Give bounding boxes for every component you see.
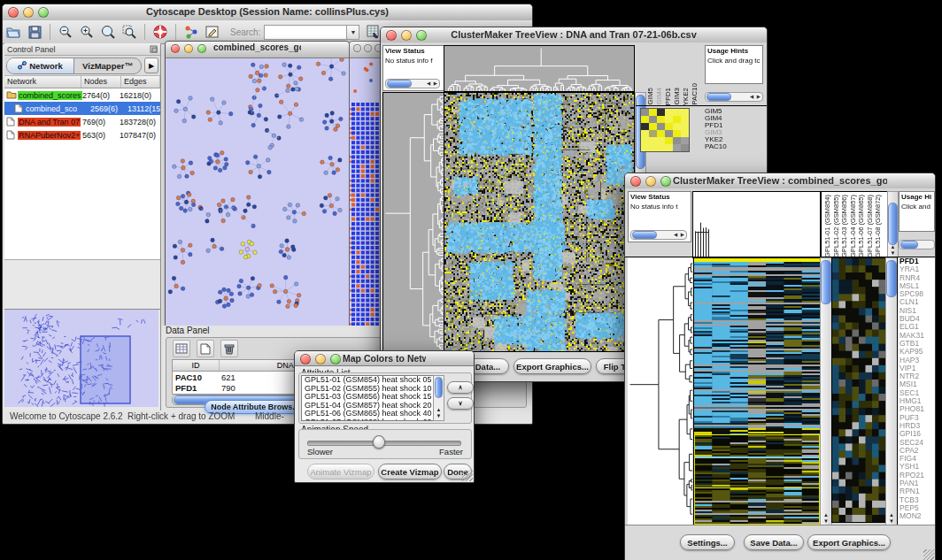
move-down-button[interactable]: ∨ — [447, 397, 474, 410]
delete-attribute-icon[interactable] — [220, 340, 238, 357]
close-button[interactable] — [171, 44, 180, 53]
column-gene-label[interactable]: GIM5 — [646, 88, 655, 105]
close-button[interactable] — [8, 7, 19, 18]
column-gene-label[interactable]: GIM3 — [673, 88, 682, 105]
dialog-titlebar[interactable]: Map Colors to Network — [295, 351, 474, 366]
settings-button[interactable]: Settings... — [680, 534, 735, 550]
animate-vizmap-button[interactable]: Animate Vizmap — [307, 464, 374, 479]
row-gene-label[interactable]: PAC10 — [705, 143, 760, 150]
vertical-scrollbar[interactable]: ▲▼ — [820, 257, 832, 526]
similarity-heatmap[interactable] — [444, 92, 635, 352]
similarity-heatmap-canvas[interactable] — [444, 93, 634, 351]
scrollbar-arrows[interactable]: ◀ ▶ — [750, 93, 761, 100]
treeview1-titlebar[interactable]: ClusterMaker TreeView : DNA and Tran 07-… — [381, 27, 767, 43]
scrollbar-arrows[interactable]: ◀ ▶ — [674, 231, 685, 238]
tab-vizmapper[interactable]: VizMapper™ — [74, 58, 141, 73]
vertical-scrollbar[interactable]: ▲▼ — [433, 375, 444, 421]
main-titlebar[interactable]: Cytoscape Desktop (Session Name: collins… — [3, 4, 532, 21]
column-dendrogram-canvas[interactable] — [444, 46, 634, 91]
row-dendrogram-canvas[interactable] — [383, 93, 444, 351]
zoom-in-icon[interactable] — [78, 23, 96, 41]
gene-list-item[interactable]: MON2 — [898, 512, 935, 520]
minimize-button[interactable] — [645, 176, 656, 187]
network-tree-row[interactable]: combined_scores2764(0)16218(0) — [4, 88, 160, 102]
close-button[interactable] — [630, 176, 641, 187]
scrollbar-thumb[interactable] — [435, 377, 443, 398]
export-graphics-button[interactable]: Export Graphics... — [513, 358, 591, 374]
zoom-heatmap[interactable] — [831, 257, 886, 523]
move-up-button[interactable]: ∧ — [447, 381, 474, 394]
vertical-scrollbar[interactable]: ▲▼ — [887, 191, 899, 258]
float-panel-icon[interactable] — [150, 45, 158, 53]
column-gene-label[interactable]: GIM4 — [655, 88, 664, 105]
minimize-button[interactable] — [184, 44, 193, 53]
row-dendrogram-canvas[interactable] — [628, 257, 692, 525]
zoom-window-button[interactable] — [330, 354, 341, 364]
attribute-table-icon[interactable] — [173, 340, 190, 357]
minimize-button[interactable] — [364, 44, 372, 52]
horizontal-scrollbar[interactable]: ◀ ▶ — [705, 92, 763, 102]
column-array-label[interactable]: GPL51-06 (GSM865) — [857, 195, 866, 257]
zoom-window-button[interactable] — [660, 176, 671, 187]
zoom-heatmap-canvas[interactable] — [832, 258, 885, 522]
scrollbar-arrows[interactable]: ▲▼ — [886, 512, 897, 525]
row-dendrogram[interactable] — [382, 92, 445, 352]
tab-network[interactable]: Network — [7, 58, 74, 73]
minimize-button[interactable] — [315, 354, 326, 364]
birdseye-view[interactable] — [4, 309, 160, 409]
column-array-label[interactable]: GPL51-04 (GSM857) — [849, 195, 858, 257]
column-array-label[interactable]: GPL51-07 (GSM868) — [866, 195, 875, 257]
search-dropdown-button[interactable]: ▼ — [347, 25, 359, 40]
horizontal-scrollbar[interactable]: ◀ ▶ — [630, 230, 687, 240]
zoom-window-button[interactable] — [38, 7, 49, 18]
scrollbar-thumb[interactable] — [387, 80, 412, 88]
close-button[interactable] — [353, 44, 361, 52]
attribute-list-item[interactable]: GPL51-07 (GSM868) heat shock 60 min — [302, 418, 444, 422]
column-gene-label[interactable]: PFD1 — [664, 88, 673, 105]
close-button[interactable] — [300, 354, 311, 364]
column-array-label[interactable]: GPL51-02 (GSM855) — [832, 195, 841, 257]
network-view-titlebar[interactable]: combined_scores_good.txt--cluste... — [166, 42, 349, 58]
column-dendrogram[interactable] — [444, 45, 635, 92]
zoom-heatmap[interactable] — [640, 108, 690, 152]
network-canvas[interactable] — [166, 58, 347, 329]
slider-thumb[interactable] — [373, 435, 385, 449]
column-array-label[interactable]: GPL51-03 (GSM856) — [840, 195, 849, 257]
scrollbar-arrows[interactable]: ▲▼ — [821, 512, 831, 525]
tabs-overflow-button[interactable]: ▶ — [144, 58, 158, 73]
scrollbar-thumb[interactable] — [821, 260, 831, 304]
save-data-button[interactable]: Save Data... — [744, 534, 804, 550]
zoom-window-button[interactable] — [416, 30, 427, 41]
save-session-icon[interactable] — [26, 23, 43, 41]
background-network-canvas[interactable] — [350, 58, 381, 331]
column-array-label[interactable]: GPL51-08 (GSM872) — [874, 195, 883, 257]
scrollbar-thumb[interactable] — [632, 231, 657, 239]
expression-heatmap-canvas[interactable] — [694, 258, 820, 525]
treeview2-titlebar[interactable]: ClusterMaker TreeView : combined_scores_… — [625, 173, 935, 189]
row-dendrogram[interactable] — [628, 257, 692, 525]
close-button[interactable] — [386, 30, 397, 41]
column-dendrogram[interactable] — [692, 191, 821, 258]
scrollbar-thumb[interactable] — [900, 241, 918, 249]
vertical-scrollbar[interactable]: ▲▼ — [885, 257, 898, 526]
network-tree-row[interactable]: RNAPuberNov2+563(0)107847(0) — [4, 128, 160, 142]
scrollbar-thumb[interactable] — [888, 203, 898, 245]
scrollbar-thumb[interactable] — [706, 93, 731, 101]
horizontal-scrollbar[interactable]: ◀ ▶ — [385, 79, 440, 88]
help-icon[interactable] — [151, 23, 169, 41]
column-gene-label[interactable]: PAC10 — [691, 83, 699, 105]
network-tree-row[interactable]: DNA and Tran 07769(0)183728(0) — [4, 115, 160, 128]
zoom-selected-icon[interactable] — [120, 23, 138, 41]
resize-grip[interactable] — [923, 549, 934, 560]
zoom-fit-icon[interactable] — [99, 23, 117, 41]
resize-grip[interactable] — [462, 471, 473, 481]
zoom-window-button[interactable] — [197, 44, 206, 53]
column-gene-label[interactable]: YKE2 — [682, 88, 691, 105]
scrollbar-arrows[interactable]: ▲▼ — [434, 407, 444, 419]
new-attribute-icon[interactable] — [197, 340, 214, 357]
export-graphics-button[interactable]: Export Graphics... — [807, 534, 891, 550]
scrollbar-thumb[interactable] — [886, 260, 897, 297]
minimize-button[interactable] — [401, 30, 412, 41]
birdseye-canvas[interactable] — [4, 310, 158, 407]
search-input[interactable] — [264, 25, 347, 40]
